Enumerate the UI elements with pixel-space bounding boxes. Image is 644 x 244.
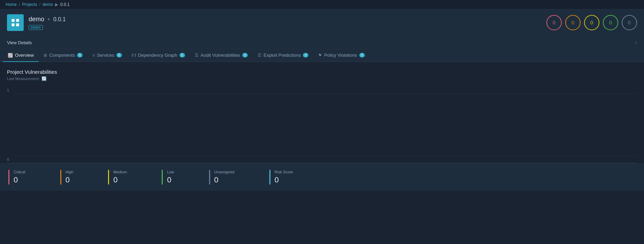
list-icon: ☰ xyxy=(195,53,199,58)
breadcrumb-projects[interactable]: Projects xyxy=(22,2,37,7)
chart-title: Project Vulnerabilities xyxy=(7,69,637,75)
tab-dependency-graph[interactable]: ⛙ Dependency Graph 0 xyxy=(127,49,190,62)
equalizer-icon: ≡ xyxy=(92,53,95,58)
tab-exploit-predictions[interactable]: ☰ Exploit Predictions 0 xyxy=(253,49,313,62)
stat-medium: Medium 0 xyxy=(108,170,148,184)
chart-grid-bottom xyxy=(14,156,637,156)
stat-critical-label: Critical xyxy=(14,170,25,174)
tab-dependency-graph-badge: 0 xyxy=(179,53,185,57)
stat-high: High 0 xyxy=(60,170,94,184)
view-details-label: View Details xyxy=(7,40,32,45)
chart-icon: 📈 xyxy=(8,53,13,58)
refresh-icon[interactable]: 🔄 xyxy=(41,76,47,81)
severity-circle-high: 0 xyxy=(565,15,581,30)
project-badge-row: DEMO xyxy=(29,24,66,30)
breadcrumb-project[interactable]: demo xyxy=(43,2,53,7)
stat-medium-value: 0 xyxy=(113,175,127,184)
tab-exploit-predictions-badge: 0 xyxy=(303,53,308,57)
project-name-block: demo ▼ 0.0.1 DEMO xyxy=(29,16,66,30)
severity-circle-low: 0 xyxy=(603,15,618,30)
stat-risk-score-value: 0 xyxy=(275,175,293,184)
breadcrumb: Home / Projects / demo ▶ 0.0.1 xyxy=(0,0,644,9)
breadcrumb-arrow: ▶ xyxy=(55,2,58,7)
project-badge: DEMO xyxy=(29,25,43,30)
chart-area: 1 0 xyxy=(7,87,637,163)
tab-policy-violations-badge: 0 xyxy=(359,53,365,57)
severity-circle-unassigned: 0 xyxy=(622,15,637,30)
project-name: demo xyxy=(29,16,44,23)
flag-icon: ⚑ xyxy=(318,53,322,58)
severity-circle-medium: 0 xyxy=(584,15,599,30)
last-measurement-label: Last Measurement: xyxy=(7,77,40,81)
tab-audit-vulnerabilities-label: Audit Vulnerabilities xyxy=(201,53,240,58)
tab-overview-label: Overview xyxy=(15,53,34,58)
project-header: demo ▼ 0.0.1 DEMO 0 0 0 0 0 xyxy=(0,9,644,36)
stat-high-value: 0 xyxy=(66,175,74,184)
stat-critical-value: 0 xyxy=(14,175,25,184)
stat-high-label: High xyxy=(66,170,74,174)
view-details-chevron-icon: › xyxy=(635,40,637,45)
hierarchy-icon: ⛙ xyxy=(132,53,136,58)
stat-unassigned: Unassigned 0 xyxy=(209,170,255,184)
stats-footer: Critical 0 High 0 Medium 0 Low 0 Unassig… xyxy=(0,163,644,191)
stat-low-value: 0 xyxy=(167,175,174,184)
tab-components-badge: 0 xyxy=(77,53,83,57)
stat-risk-score: Risk Score 0 xyxy=(269,170,314,184)
last-measurement: Last Measurement: 🔄 xyxy=(7,76,637,81)
stat-medium-label: Medium xyxy=(113,170,127,174)
svg-rect-0 xyxy=(12,19,15,22)
tab-policy-violations-label: Policy Violations xyxy=(324,53,357,58)
stat-low-label: Low xyxy=(167,170,174,174)
tab-services[interactable]: ≡ Services 0 xyxy=(87,49,127,62)
svg-rect-1 xyxy=(16,19,19,22)
stat-low: Low 0 xyxy=(162,170,195,184)
breadcrumb-sep-1: / xyxy=(19,2,20,7)
svg-rect-3 xyxy=(16,23,19,26)
project-name-row: demo ▼ 0.0.1 xyxy=(29,16,66,23)
view-details-bar[interactable]: View Details › xyxy=(0,36,644,49)
tab-services-badge: 0 xyxy=(116,53,122,57)
project-header-left: demo ▼ 0.0.1 DEMO xyxy=(7,14,66,31)
tab-services-label: Services xyxy=(97,53,114,58)
tab-overview[interactable]: 📈 Overview xyxy=(3,49,39,62)
breadcrumb-home[interactable]: Home xyxy=(6,2,17,7)
project-version: 0.0.1 xyxy=(53,16,66,23)
chart-grid-top xyxy=(14,94,637,94)
tab-audit-vulnerabilities[interactable]: ☰ Audit Vulnerabilities 0 xyxy=(190,49,253,62)
tab-components[interactable]: ⊞ Components 0 xyxy=(39,49,87,62)
severity-circles: 0 0 0 0 0 xyxy=(546,15,637,30)
chart-y-top: 1 xyxy=(7,88,9,92)
breadcrumb-version: 0.0.1 xyxy=(60,2,70,7)
breadcrumb-sep-2: / xyxy=(39,2,40,7)
stat-risk-score-label: Risk Score xyxy=(275,170,293,174)
tab-policy-violations[interactable]: ⚑ Policy Violations 0 xyxy=(313,49,369,62)
stat-unassigned-value: 0 xyxy=(214,175,235,184)
tab-dependency-graph-label: Dependency Graph xyxy=(138,53,177,58)
severity-circle-critical: 0 xyxy=(546,15,562,30)
stat-critical: Critical 0 xyxy=(8,170,46,184)
tab-exploit-predictions-label: Exploit Predictions xyxy=(263,53,301,58)
list-icon2: ☰ xyxy=(258,53,261,58)
svg-rect-2 xyxy=(12,23,15,26)
project-icon xyxy=(7,14,24,31)
tabs-bar: 📈 Overview ⊞ Components 0 ≡ Services 0 ⛙… xyxy=(0,49,644,62)
main-content: Project Vulnerabilities Last Measurement… xyxy=(0,62,644,163)
project-icon-svg xyxy=(10,18,20,27)
project-dropdown-icon[interactable]: ▼ xyxy=(47,17,51,21)
stat-unassigned-label: Unassigned xyxy=(214,170,235,174)
tab-audit-vulnerabilities-badge: 0 xyxy=(242,53,248,57)
tab-components-label: Components xyxy=(49,53,75,58)
chart-y-bottom: 0 xyxy=(7,157,9,162)
grid-icon: ⊞ xyxy=(44,53,47,58)
